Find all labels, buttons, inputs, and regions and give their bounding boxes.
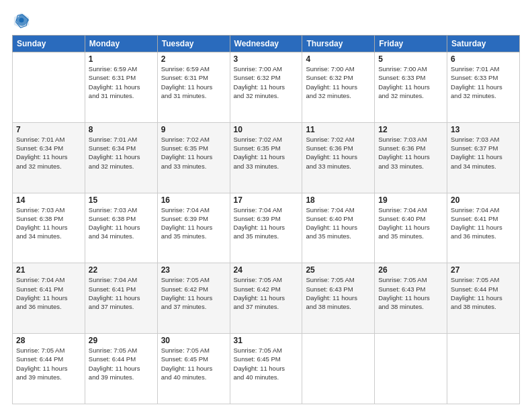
day-number: 7 <box>16 125 81 134</box>
calendar-cell: 19Sunrise: 7:04 AM Sunset: 6:40 PM Dayli… <box>375 193 447 263</box>
calendar-cell <box>13 52 85 123</box>
day-info: Sunrise: 7:05 AM Sunset: 6:42 PM Dayligh… <box>161 275 226 311</box>
day-info: Sunrise: 7:05 AM Sunset: 6:45 PM Dayligh… <box>161 346 226 381</box>
day-number: 15 <box>89 195 154 205</box>
weekday-header-monday: Monday <box>85 36 157 52</box>
calendar-cell: 16Sunrise: 7:04 AM Sunset: 6:39 PM Dayli… <box>157 193 230 263</box>
day-info: Sunrise: 7:05 AM Sunset: 6:43 PM Dayligh… <box>378 275 443 311</box>
day-info: Sunrise: 7:00 AM Sunset: 6:33 PM Dayligh… <box>378 64 443 100</box>
calendar-cell: 1Sunrise: 6:59 AM Sunset: 6:31 PM Daylig… <box>85 52 157 123</box>
day-info: Sunrise: 7:01 AM Sunset: 6:34 PM Dayligh… <box>16 135 81 171</box>
calendar-cell: 13Sunrise: 7:03 AM Sunset: 6:37 PM Dayli… <box>447 122 520 193</box>
calendar-cell <box>447 334 520 404</box>
calendar-cell: 18Sunrise: 7:04 AM Sunset: 6:40 PM Dayli… <box>302 193 375 263</box>
calendar-cell: 8Sunrise: 7:01 AM Sunset: 6:34 PM Daylig… <box>85 122 157 193</box>
calendar-cell: 5Sunrise: 7:00 AM Sunset: 6:33 PM Daylig… <box>375 52 447 123</box>
weekday-header-wednesday: Wednesday <box>230 36 302 52</box>
day-number: 25 <box>306 265 371 275</box>
calendar-cell: 6Sunrise: 7:01 AM Sunset: 6:33 PM Daylig… <box>447 52 520 123</box>
day-info: Sunrise: 7:03 AM Sunset: 6:38 PM Dayligh… <box>16 205 81 241</box>
day-info: Sunrise: 6:59 AM Sunset: 6:31 PM Dayligh… <box>161 64 226 100</box>
calendar-cell: 31Sunrise: 7:05 AM Sunset: 6:45 PM Dayli… <box>230 334 302 404</box>
day-number: 31 <box>234 336 299 345</box>
day-info: Sunrise: 7:03 AM Sunset: 6:38 PM Dayligh… <box>89 205 154 241</box>
calendar-cell: 21Sunrise: 7:04 AM Sunset: 6:41 PM Dayli… <box>13 263 85 334</box>
calendar-cell: 7Sunrise: 7:01 AM Sunset: 6:34 PM Daylig… <box>13 122 85 193</box>
day-number: 24 <box>234 265 299 275</box>
logo-icon <box>12 11 31 30</box>
day-number: 27 <box>451 265 516 275</box>
day-info: Sunrise: 7:03 AM Sunset: 6:36 PM Dayligh… <box>378 135 443 171</box>
day-number: 20 <box>451 195 516 205</box>
day-number: 17 <box>234 195 299 205</box>
day-info: Sunrise: 7:02 AM Sunset: 6:36 PM Dayligh… <box>306 135 371 171</box>
calendar-cell: 3Sunrise: 7:00 AM Sunset: 6:32 PM Daylig… <box>230 52 302 123</box>
day-number: 11 <box>306 125 371 134</box>
calendar-cell: 14Sunrise: 7:03 AM Sunset: 6:38 PM Dayli… <box>13 193 85 263</box>
day-number: 6 <box>451 54 516 64</box>
calendar-cell: 24Sunrise: 7:05 AM Sunset: 6:42 PM Dayli… <box>230 263 302 334</box>
header <box>12 11 520 30</box>
weekday-header-friday: Friday <box>375 36 447 52</box>
day-info: Sunrise: 7:04 AM Sunset: 6:40 PM Dayligh… <box>306 205 371 241</box>
calendar-cell: 17Sunrise: 7:04 AM Sunset: 6:39 PM Dayli… <box>230 193 302 263</box>
calendar-week-1: 1Sunrise: 6:59 AM Sunset: 6:31 PM Daylig… <box>13 52 520 123</box>
day-number: 21 <box>16 265 81 275</box>
day-info: Sunrise: 7:04 AM Sunset: 6:40 PM Dayligh… <box>378 205 443 241</box>
calendar-week-5: 28Sunrise: 7:05 AM Sunset: 6:44 PM Dayli… <box>13 334 520 404</box>
day-number: 1 <box>89 54 154 64</box>
calendar-cell: 12Sunrise: 7:03 AM Sunset: 6:36 PM Dayli… <box>375 122 447 193</box>
calendar-week-2: 7Sunrise: 7:01 AM Sunset: 6:34 PM Daylig… <box>13 122 520 193</box>
calendar-table: SundayMondayTuesdayWednesdayThursdayFrid… <box>12 35 520 404</box>
day-number: 3 <box>234 54 299 64</box>
weekday-header-thursday: Thursday <box>302 36 375 52</box>
day-number: 9 <box>161 125 226 134</box>
calendar-cell: 26Sunrise: 7:05 AM Sunset: 6:43 PM Dayli… <box>375 263 447 334</box>
day-number: 8 <box>89 125 154 134</box>
calendar-cell: 10Sunrise: 7:02 AM Sunset: 6:35 PM Dayli… <box>230 122 302 193</box>
day-info: Sunrise: 7:04 AM Sunset: 6:41 PM Dayligh… <box>16 275 81 311</box>
day-info: Sunrise: 7:04 AM Sunset: 6:39 PM Dayligh… <box>161 205 226 241</box>
day-info: Sunrise: 7:04 AM Sunset: 6:41 PM Dayligh… <box>89 275 154 311</box>
day-number: 4 <box>306 54 371 64</box>
calendar-cell: 30Sunrise: 7:05 AM Sunset: 6:45 PM Dayli… <box>157 334 230 404</box>
day-info: Sunrise: 7:00 AM Sunset: 6:32 PM Dayligh… <box>306 64 371 100</box>
day-number: 29 <box>89 336 154 345</box>
day-info: Sunrise: 7:01 AM Sunset: 6:33 PM Dayligh… <box>451 64 516 100</box>
day-info: Sunrise: 7:04 AM Sunset: 6:41 PM Dayligh… <box>451 205 516 241</box>
day-info: Sunrise: 7:05 AM Sunset: 6:43 PM Dayligh… <box>306 275 371 311</box>
weekday-header-sunday: Sunday <box>13 36 85 52</box>
day-info: Sunrise: 7:04 AM Sunset: 6:39 PM Dayligh… <box>234 205 299 241</box>
day-info: Sunrise: 7:05 AM Sunset: 6:44 PM Dayligh… <box>16 346 81 381</box>
calendar-cell: 28Sunrise: 7:05 AM Sunset: 6:44 PM Dayli… <box>13 334 85 404</box>
calendar-cell: 4Sunrise: 7:00 AM Sunset: 6:32 PM Daylig… <box>302 52 375 123</box>
day-number: 22 <box>89 265 154 275</box>
day-number: 30 <box>161 336 226 345</box>
calendar-cell <box>375 334 447 404</box>
calendar-cell: 27Sunrise: 7:05 AM Sunset: 6:44 PM Dayli… <box>447 263 520 334</box>
day-number: 13 <box>451 125 516 134</box>
calendar-cell: 22Sunrise: 7:04 AM Sunset: 6:41 PM Dayli… <box>85 263 157 334</box>
day-info: Sunrise: 7:03 AM Sunset: 6:37 PM Dayligh… <box>451 135 516 171</box>
day-number: 19 <box>378 195 443 205</box>
day-info: Sunrise: 7:02 AM Sunset: 6:35 PM Dayligh… <box>161 135 226 171</box>
day-number: 16 <box>161 195 226 205</box>
calendar-cell <box>302 334 375 404</box>
day-info: Sunrise: 6:59 AM Sunset: 6:31 PM Dayligh… <box>89 64 154 100</box>
day-number: 14 <box>16 195 81 205</box>
calendar-week-3: 14Sunrise: 7:03 AM Sunset: 6:38 PM Dayli… <box>13 193 520 263</box>
day-number: 12 <box>378 125 443 134</box>
day-info: Sunrise: 7:05 AM Sunset: 6:44 PM Dayligh… <box>451 275 516 311</box>
day-number: 18 <box>306 195 371 205</box>
weekday-header-row: SundayMondayTuesdayWednesdayThursdayFrid… <box>13 36 520 52</box>
logo <box>12 11 35 30</box>
day-info: Sunrise: 7:05 AM Sunset: 6:42 PM Dayligh… <box>234 275 299 311</box>
day-number: 28 <box>16 336 81 345</box>
day-number: 5 <box>378 54 443 64</box>
day-number: 2 <box>161 54 226 64</box>
weekday-header-tuesday: Tuesday <box>157 36 230 52</box>
calendar-cell: 9Sunrise: 7:02 AM Sunset: 6:35 PM Daylig… <box>157 122 230 193</box>
calendar-cell: 2Sunrise: 6:59 AM Sunset: 6:31 PM Daylig… <box>157 52 230 123</box>
day-number: 26 <box>378 265 443 275</box>
page: SundayMondayTuesdayWednesdayThursdayFrid… <box>0 0 532 411</box>
